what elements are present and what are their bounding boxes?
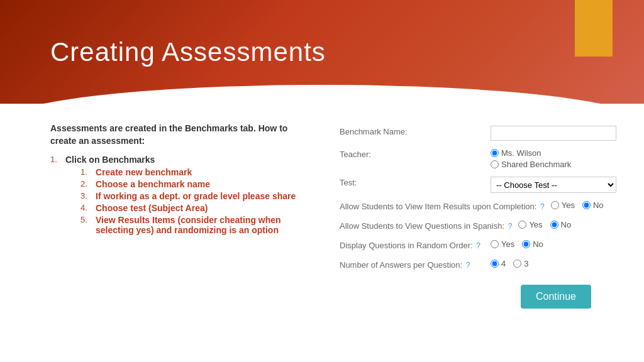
page-header: Creating Assessments xyxy=(0,0,644,104)
allow-spanish-no-radio[interactable] xyxy=(550,221,558,229)
random-order-no[interactable]: No xyxy=(522,239,543,249)
teacher-shared[interactable]: Shared Benchmark xyxy=(491,160,616,169)
sub-step-5-label: View Results Items (consider cheating wh… xyxy=(96,215,314,235)
num-answers-4[interactable]: 4 xyxy=(491,259,506,268)
num-answers-control: 4 3 xyxy=(491,259,616,268)
allow-spanish-no-label: No xyxy=(561,220,572,229)
intro-text: Assessments are created in the Benchmark… xyxy=(50,123,314,147)
sub-step-3-label: If working as a dept. or grade level ple… xyxy=(96,191,296,201)
sub-step-2: 2. Choose a benchmark name xyxy=(80,179,314,189)
allow-results-row: Allow Students to View Item Results upon… xyxy=(340,200,616,212)
step-1: 1. Click on Benchmarks 1. Create new ben… xyxy=(50,155,314,238)
random-order-label: Display Questions in Random Order: ? xyxy=(340,239,484,251)
test-row: Test: -- Choose Test -- xyxy=(340,177,616,193)
allow-results-label: Allow Students to View Item Results upon… xyxy=(340,200,545,212)
sub-step-2-label: Choose a benchmark name xyxy=(96,179,210,189)
num-answers-3-label: 3 xyxy=(524,259,528,268)
allow-results-no[interactable]: No xyxy=(582,200,604,210)
benchmark-name-row: Benchmark Name: xyxy=(340,126,616,141)
steps-list: 1. Click on Benchmarks 1. Create new ben… xyxy=(50,155,314,238)
allow-results-help-link[interactable]: ? xyxy=(540,202,545,211)
allow-results-control: Yes No xyxy=(551,200,616,210)
num-answers-row: Number of Answers per Question: ? 4 3 xyxy=(340,259,616,271)
sub-step-4-num: 4. xyxy=(80,203,92,213)
random-order-no-radio[interactable] xyxy=(522,240,530,248)
random-order-yes-label: Yes xyxy=(501,239,514,249)
benchmark-name-label: Benchmark Name: xyxy=(340,126,484,138)
allow-results-no-radio[interactable] xyxy=(582,201,591,209)
sub-step-1-label: Create new benchmark xyxy=(96,167,192,177)
num-answers-3[interactable]: 3 xyxy=(513,259,528,268)
benchmark-name-control xyxy=(491,126,616,141)
num-answers-3-radio[interactable] xyxy=(513,260,521,268)
test-select[interactable]: -- Choose Test -- xyxy=(491,177,616,193)
form-panel: Benchmark Name: Teacher: Ms. Wilson Shar… xyxy=(340,123,616,309)
sub-step-5-num: 5. xyxy=(80,215,92,235)
random-order-control: Yes No xyxy=(491,239,616,249)
allow-spanish-yes-radio[interactable] xyxy=(518,221,526,229)
allow-spanish-control: Yes No xyxy=(518,220,616,229)
teacher-row: Teacher: Ms. Wilson Shared Benchmark xyxy=(340,148,616,169)
teacher-label: Teacher: xyxy=(340,148,484,160)
allow-spanish-yes[interactable]: Yes xyxy=(518,220,542,229)
random-order-yes-radio[interactable] xyxy=(491,240,499,248)
test-control: -- Choose Test -- xyxy=(491,177,616,193)
sub-step-4-label: Choose test (Subject Area) xyxy=(96,203,208,213)
allow-spanish-yes-label: Yes xyxy=(529,220,542,229)
teacher-ms-wilson-label: Ms. Wilson xyxy=(501,148,541,158)
num-answers-4-label: 4 xyxy=(501,259,506,268)
sub-step-1: 1. Create new benchmark xyxy=(80,167,314,177)
sub-steps-list: 1. Create new benchmark 2. Choose a benc… xyxy=(80,167,314,235)
benchmark-name-input[interactable] xyxy=(491,126,616,141)
teacher-ms-wilson-radio[interactable] xyxy=(491,149,499,157)
allow-spanish-help-link[interactable]: ? xyxy=(508,222,513,231)
random-order-help-link[interactable]: ? xyxy=(476,241,480,250)
num-answers-label: Number of Answers per Question: ? xyxy=(340,259,484,271)
allow-results-yes-radio[interactable] xyxy=(551,201,559,209)
main-content: Assessments are created in the Benchmark… xyxy=(0,110,644,315)
allow-results-yes-label: Yes xyxy=(562,200,575,210)
instructions-panel: Assessments are created in the Benchmark… xyxy=(50,123,314,309)
allow-spanish-no[interactable]: No xyxy=(550,220,572,229)
teacher-shared-radio[interactable] xyxy=(491,160,499,168)
continue-button[interactable]: Continue xyxy=(521,285,591,309)
random-order-yes[interactable]: Yes xyxy=(491,239,514,249)
allow-spanish-label: Allow Students to View Questions in Span… xyxy=(340,220,512,232)
allow-results-no-label: No xyxy=(593,200,604,210)
test-label: Test: xyxy=(340,177,484,189)
random-order-no-label: No xyxy=(533,239,543,249)
step-1-num: 1. xyxy=(50,155,62,238)
page-title: Creating Assessments xyxy=(50,37,326,67)
allow-spanish-row: Allow Students to View Questions in Span… xyxy=(340,220,616,232)
teacher-ms-wilson[interactable]: Ms. Wilson xyxy=(491,148,616,158)
sub-step-4: 4. Choose test (Subject Area) xyxy=(80,203,314,213)
teacher-shared-label: Shared Benchmark xyxy=(501,160,571,169)
sub-step-5: 5. View Results Items (consider cheating… xyxy=(80,215,314,235)
random-order-row: Display Questions in Random Order: ? Yes… xyxy=(340,239,616,251)
sub-step-1-num: 1. xyxy=(80,167,92,177)
sub-step-3: 3. If working as a dept. or grade level … xyxy=(80,191,314,201)
num-answers-help-link[interactable]: ? xyxy=(466,261,470,270)
allow-results-yes[interactable]: Yes xyxy=(551,200,575,210)
accent-bar xyxy=(575,0,613,57)
step-1-label: Click on Benchmarks xyxy=(65,155,155,165)
sub-step-3-num: 3. xyxy=(80,191,92,201)
num-answers-4-radio[interactable] xyxy=(491,260,499,268)
sub-step-2-num: 2. xyxy=(80,179,92,189)
teacher-control: Ms. Wilson Shared Benchmark xyxy=(491,148,616,169)
